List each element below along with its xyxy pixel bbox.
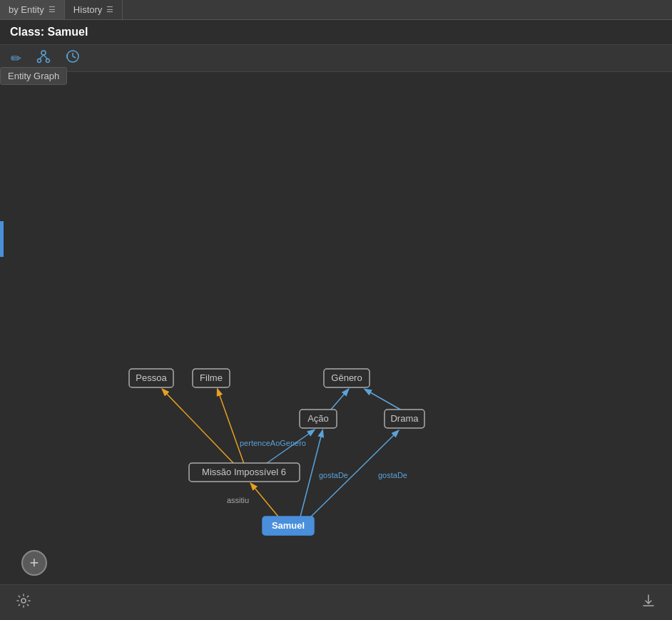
svg-text:Ação: Ação: [307, 413, 329, 424]
svg-text:Missão Impossível 6: Missão Impossível 6: [202, 467, 286, 477]
svg-text:gostaDe: gostaDe: [319, 471, 348, 479]
svg-line-3: [40, 55, 44, 59]
svg-point-0: [41, 51, 46, 55]
svg-line-7: [73, 56, 76, 58]
svg-line-12: [264, 430, 314, 465]
svg-text:Drama: Drama: [390, 413, 419, 424]
svg-text:assitiu: assitiu: [227, 496, 249, 504]
tab-bar: by Entity ☰ History ☰: [0, 0, 672, 20]
svg-line-14: [251, 484, 282, 521]
svg-text:Gênero: Gênero: [331, 372, 362, 383]
graph-svg: pertenceAoGenero assitiu gostaDe gostaDe…: [0, 93, 672, 584]
clock-icon: [66, 49, 80, 67]
svg-point-36: [21, 599, 26, 603]
tab-history[interactable]: History ☰: [65, 0, 123, 19]
tab-history-icon: ☰: [106, 5, 113, 14]
toolbar: ✏: [0, 45, 672, 72]
edit-button[interactable]: ✏: [7, 49, 25, 68]
add-button[interactable]: +: [21, 550, 47, 576]
download-button[interactable]: [636, 589, 661, 616]
svg-line-21: [365, 390, 402, 410]
tab-by-entity-label: by Entity: [9, 4, 44, 15]
svg-text:Filme: Filme: [200, 372, 223, 383]
bottom-bar: [0, 584, 672, 620]
tab-by-entity-icon: ☰: [49, 5, 56, 14]
svg-line-10: [163, 390, 235, 465]
edit-icon: ✏: [11, 51, 21, 66]
entity-graph-label[interactable]: Entity Graph: [0, 67, 67, 85]
svg-text:Samuel: Samuel: [272, 520, 305, 531]
svg-point-2: [46, 59, 50, 63]
plus-icon: +: [30, 554, 39, 572]
graph-icon: [36, 49, 51, 68]
svg-line-20: [330, 390, 348, 410]
settings-button[interactable]: [11, 589, 36, 616]
tab-by-entity[interactable]: by Entity ☰: [0, 0, 65, 19]
svg-text:pertenceAoGenero: pertenceAoGenero: [240, 439, 306, 447]
svg-line-4: [44, 55, 48, 59]
sidebar-indicator: [0, 221, 4, 257]
download-icon: [641, 593, 656, 612]
svg-line-11: [218, 390, 244, 464]
tab-history-label: History: [73, 4, 102, 15]
clock-button[interactable]: [62, 47, 83, 69]
title-bar: Class: Samuel: [0, 20, 672, 45]
svg-text:Pessoa: Pessoa: [136, 372, 167, 383]
graph-canvas: pertenceAoGenero assitiu gostaDe gostaDe…: [0, 93, 672, 584]
svg-point-1: [38, 59, 41, 63]
page-title: Class: Samuel: [10, 26, 88, 38]
settings-icon: [16, 593, 31, 612]
svg-text:gostaDe: gostaDe: [378, 471, 407, 479]
